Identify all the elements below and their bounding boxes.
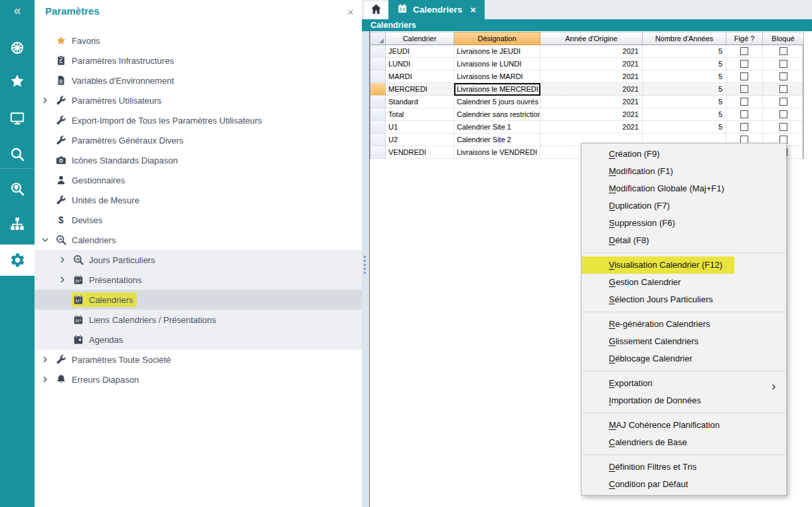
column-header-fige[interactable]: Figé ? bbox=[726, 32, 763, 45]
bloque-checkbox[interactable] bbox=[779, 72, 787, 80]
cell-bloque[interactable] bbox=[763, 83, 804, 96]
menu-item[interactable]: Exportation bbox=[582, 375, 786, 392]
search-pin-icon[interactable] bbox=[0, 174, 35, 203]
menu-item[interactable]: Re-génération Calendriers bbox=[582, 316, 786, 333]
cell-nb[interactable]: 5 bbox=[643, 58, 726, 70]
sidebar-item[interactable]: Paramètres Généraux Divers bbox=[35, 130, 362, 150]
cell-designation[interactable]: Calendrier sans restriction bbox=[454, 108, 540, 121]
fige-checkbox[interactable] bbox=[740, 85, 748, 93]
chevron-right-icon[interactable] bbox=[41, 375, 54, 383]
menu-item[interactable]: Modification (F1) bbox=[582, 163, 786, 180]
menu-item[interactable]: Duplication (F7) bbox=[582, 197, 786, 215]
org-chart-icon[interactable] bbox=[0, 209, 35, 239]
sidebar-item[interactable]: Agendas bbox=[35, 330, 362, 350]
cell-fige[interactable] bbox=[726, 108, 763, 121]
sidebar-item[interactable]: Gestionnaires bbox=[35, 170, 362, 190]
cell-designation[interactable]: Calendrier Site 2 bbox=[454, 134, 540, 146]
menu-item[interactable]: Modification Globale (Maj+F1) bbox=[582, 180, 786, 197]
bloque-checkbox[interactable] bbox=[779, 123, 787, 131]
bloque-checkbox[interactable] bbox=[779, 60, 787, 68]
cell-designation[interactable]: Livraisons le LUNDI bbox=[454, 58, 540, 70]
cell-calendrier[interactable]: VENDREDI bbox=[386, 146, 454, 159]
tab-calendriers[interactable]: Calendriers × bbox=[388, 0, 485, 19]
menu-item[interactable]: Définition Filtres et Tris bbox=[582, 458, 786, 476]
cell-calendrier[interactable]: U2 bbox=[386, 134, 454, 146]
cell-nb[interactable]: 5 bbox=[643, 121, 726, 134]
cell-bloque[interactable] bbox=[763, 96, 804, 108]
tab-home[interactable] bbox=[364, 1, 388, 19]
row-selector[interactable] bbox=[370, 45, 386, 58]
cell-designation[interactable]: Livraisons le MERCREDI bbox=[454, 83, 540, 96]
cell-annee[interactable]: 2021 bbox=[540, 108, 643, 121]
sidebar-item[interactable]: Présentations bbox=[35, 270, 362, 290]
sidebar-item[interactable]: Favoris bbox=[35, 31, 362, 51]
cell-fige[interactable] bbox=[726, 121, 763, 134]
bloque-checkbox[interactable] bbox=[779, 47, 787, 55]
row-selector[interactable] bbox=[370, 121, 386, 134]
menu-item[interactable]: Création (F9) bbox=[582, 146, 786, 163]
cell-nb[interactable]: 5 bbox=[643, 96, 726, 108]
cell-designation[interactable]: Livraisons le MARDI bbox=[454, 70, 540, 83]
sidebar-item[interactable]: Unités de Mesure bbox=[35, 190, 362, 210]
sidebar-item[interactable]: Paramètres Utilisateurs bbox=[35, 90, 362, 110]
cell-fige[interactable] bbox=[726, 45, 763, 58]
cell-nb[interactable]: 5 bbox=[643, 108, 726, 121]
cell-annee[interactable]: 2021 bbox=[540, 45, 643, 58]
close-tab-icon[interactable]: × bbox=[470, 4, 476, 15]
menu-item[interactable]: Condition par Défaut bbox=[582, 476, 786, 493]
column-header-nb[interactable]: Nombre d'Années bbox=[643, 32, 726, 45]
cell-bloque[interactable] bbox=[763, 70, 804, 83]
cell-calendrier[interactable]: Standard bbox=[386, 96, 454, 108]
sidebar-item[interactable]: Calendriers bbox=[35, 230, 362, 250]
chevron-right-icon[interactable] bbox=[58, 256, 72, 264]
sidebar-item[interactable]: Variables d'Environnement bbox=[35, 70, 362, 90]
cell-designation[interactable]: Calendrier Site 1 bbox=[454, 121, 540, 134]
sidebar-item[interactable]: Export-Import de Tous les Paramètres Uti… bbox=[35, 110, 362, 130]
collapse-sidebar-button[interactable]: « bbox=[0, 3, 35, 18]
cell-calendrier[interactable]: MARDI bbox=[386, 70, 454, 83]
row-selector[interactable] bbox=[370, 108, 386, 121]
sidebar-item[interactable]: Icônes Standards Diapason bbox=[35, 150, 362, 170]
row-selector[interactable] bbox=[370, 70, 386, 83]
cell-calendrier[interactable]: JEUDI bbox=[386, 45, 454, 58]
fige-checkbox[interactable] bbox=[740, 110, 748, 118]
menu-item[interactable]: Calendriers de Base bbox=[582, 434, 786, 451]
cell-annee[interactable]: 2021 bbox=[540, 58, 643, 70]
wheel-icon[interactable] bbox=[0, 33, 35, 62]
bloque-checkbox[interactable] bbox=[779, 110, 787, 118]
close-panel-icon[interactable]: × bbox=[347, 7, 354, 18]
cell-bloque[interactable] bbox=[763, 45, 804, 58]
sidebar-item[interactable]: Paramètres Infrastructures bbox=[35, 51, 362, 70]
bloque-checkbox[interactable] bbox=[779, 85, 787, 93]
panel-splitter[interactable] bbox=[362, 0, 370, 507]
fige-checkbox[interactable] bbox=[740, 47, 748, 55]
sidebar-item[interactable]: Calendriers bbox=[35, 290, 362, 310]
sidebar-item[interactable]: Paramètres Toute Société bbox=[35, 350, 362, 369]
cell-fige[interactable] bbox=[726, 58, 763, 70]
menu-item[interactable]: MAJ Cohérence Planification bbox=[582, 417, 786, 434]
star-icon[interactable] bbox=[0, 66, 35, 96]
column-header-bloque[interactable]: Bloqué bbox=[763, 32, 804, 45]
cell-bloque[interactable] bbox=[763, 121, 804, 134]
cell-annee[interactable]: 2021 bbox=[540, 70, 643, 83]
row-selector[interactable] bbox=[370, 58, 386, 70]
chevron-right-icon[interactable] bbox=[41, 355, 54, 363]
cell-designation[interactable]: Livraisons le VENDREDI bbox=[454, 146, 540, 159]
menu-item[interactable]: Déblocage Calendrier bbox=[582, 350, 786, 367]
sidebar-item[interactable]: Jours Particuliers bbox=[35, 250, 362, 270]
cell-fige[interactable] bbox=[726, 96, 763, 108]
menu-item[interactable]: Détail (F8) bbox=[582, 232, 786, 249]
menu-item[interactable]: Suppression (F6) bbox=[582, 215, 786, 232]
cell-designation[interactable]: Calendrier 5 jours ouvrés bbox=[454, 96, 540, 108]
sidebar-item[interactable]: Erreurs Diapason bbox=[35, 369, 362, 389]
fige-checkbox[interactable] bbox=[740, 98, 748, 106]
cell-nb[interactable]: 5 bbox=[643, 45, 726, 58]
chevron-right-icon[interactable] bbox=[41, 96, 54, 104]
cell-nb[interactable]: 5 bbox=[643, 70, 726, 83]
search-icon[interactable] bbox=[0, 140, 35, 169]
chevron-down-icon[interactable] bbox=[41, 236, 54, 244]
cell-annee[interactable]: 2021 bbox=[540, 96, 643, 108]
column-header-annee[interactable]: Année d'Origine bbox=[540, 32, 643, 45]
cell-calendrier[interactable]: LUNDI bbox=[386, 58, 454, 70]
chevron-right-icon[interactable] bbox=[58, 276, 72, 284]
